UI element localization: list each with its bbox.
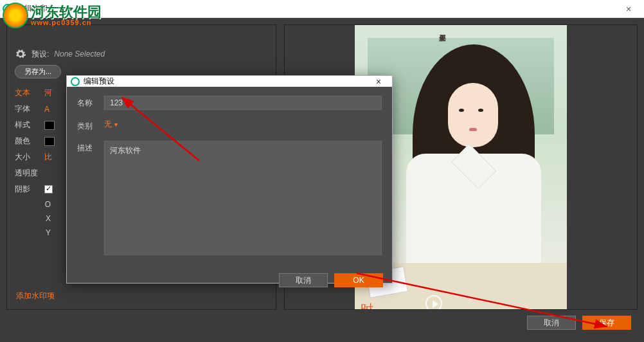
dialog-close-icon[interactable]: × — [369, 76, 388, 87]
category-label: 类别 — [77, 119, 96, 132]
preset-label: 预设: — [31, 49, 49, 60]
desc-textarea[interactable] — [104, 141, 382, 255]
close-icon[interactable]: × — [616, 4, 641, 14]
text-label: 文本 — [15, 87, 38, 98]
size-value[interactable]: 比 — [44, 152, 52, 163]
dialog-cancel-button[interactable]: 取消 — [279, 273, 328, 287]
shadow-checkbox[interactable] — [44, 185, 53, 194]
color-label: 颜色 — [15, 136, 38, 147]
desc-label: 描述 — [77, 141, 96, 154]
main-footer: 取消 保存 — [6, 310, 638, 336]
logo-name: 河东软件园 — [31, 5, 102, 19]
preset-value: None Selected — [54, 50, 105, 59]
save-as-button[interactable]: 另存为... — [15, 65, 61, 78]
color-swatch[interactable] — [44, 137, 55, 146]
y-label: Y — [15, 228, 51, 237]
logo-url: www.pc0359.cn — [31, 19, 102, 26]
shadow-label: 阴影 — [15, 184, 38, 195]
gear-icon — [15, 48, 26, 60]
save-button[interactable]: 保存 — [582, 316, 631, 330]
dialog-app-icon — [71, 77, 80, 86]
size-label: 大小 — [15, 152, 38, 163]
font-value[interactable]: A — [44, 105, 49, 114]
style-label: 样式 — [15, 120, 38, 130]
text-value[interactable]: 河 — [44, 87, 52, 98]
style-swatch[interactable] — [44, 121, 55, 130]
opacity-label: 透明度 — [15, 168, 44, 179]
site-logo: 河东软件园 www.pc0359.cn — [3, 3, 102, 28]
dialog-title: 编辑预设 — [84, 76, 114, 87]
o-label: O — [15, 200, 51, 209]
font-label: 字体 — [15, 104, 38, 114]
dialog-titlebar: 编辑预设 × — [67, 76, 392, 87]
play-icon[interactable] — [425, 295, 442, 310]
preview-side-text: 时光不老 — [359, 292, 376, 308]
name-label: 名称 — [77, 96, 96, 109]
edit-preset-dialog: 编辑预设 × 名称 类别 无 描述 取消 OK — [66, 75, 393, 284]
category-select[interactable]: 无 — [104, 119, 118, 130]
name-input[interactable] — [104, 96, 382, 110]
add-watermark-link[interactable]: 添加水印项 — [16, 291, 55, 302]
cancel-button[interactable]: 取消 — [527, 316, 576, 330]
logo-ball-icon — [3, 3, 28, 28]
dialog-ok-button[interactable]: OK — [334, 273, 383, 287]
x-label: X — [15, 214, 51, 223]
